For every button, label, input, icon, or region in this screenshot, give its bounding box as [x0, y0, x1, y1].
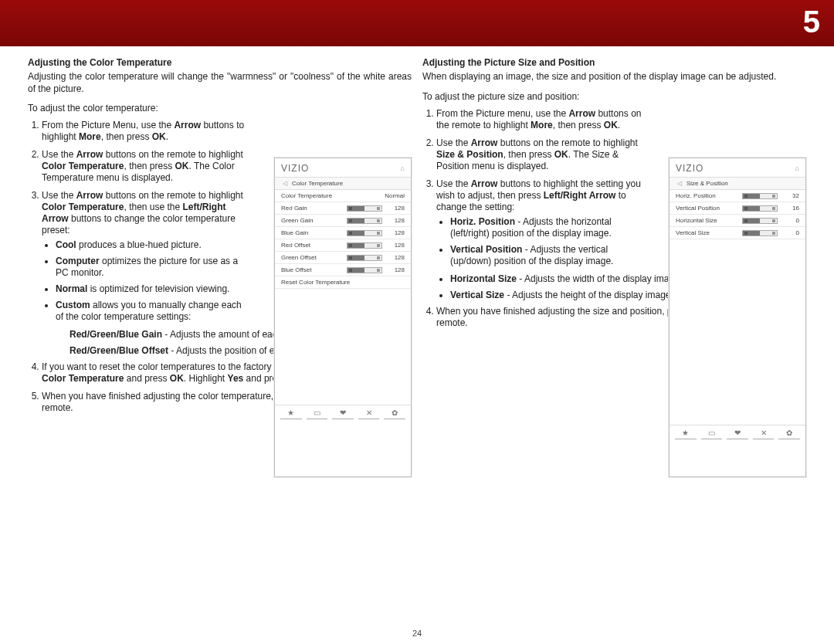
osd-row-label: Horiz. Position [670, 190, 731, 202]
step: Use the Arrow buttons on the remote to h… [42, 190, 249, 323]
osd-row: Red Offset128 [275, 239, 411, 252]
bullet: Custom allows you to manually change eac… [56, 300, 249, 323]
chapter-number: 5 [803, 5, 820, 39]
osd-row-label: Green Offset [275, 252, 340, 264]
osd-row: Green Gain128 [275, 215, 411, 227]
osd-settings-table: Color TemperatureNormalRed Gain128Green … [275, 190, 411, 289]
slider-icon [742, 230, 778, 236]
step: Use the Arrow buttons on the remote to h… [42, 149, 249, 184]
bullet: Normal is optimized for television viewi… [56, 283, 249, 295]
osd-footer-icon: ✕ [753, 429, 775, 439]
step: Use the Arrow buttons on the remote to h… [436, 137, 643, 172]
osd-size-position: VIZIO ⌂ ◁ Size & Position Horiz. Positio… [669, 158, 806, 477]
osd-footer-icon: ✿ [778, 429, 800, 439]
osd-footer: ★▭❤✕✿ [275, 405, 411, 422]
osd-row-label: Vertical Position [670, 202, 731, 215]
osd-footer-icon: ✕ [358, 408, 380, 419]
home-icon: ⌂ [401, 164, 405, 172]
intro-text: Adjusting the color temperature will cha… [28, 71, 412, 95]
section-heading: Adjusting the Picture Size and Position [422, 57, 806, 68]
lead-text: To adjust the picture size and position: [422, 91, 806, 102]
osd-row-label: Blue Offset [275, 264, 340, 276]
steps-list: From the Picture menu, use the Arrow but… [422, 108, 643, 267]
page-body: Adjusting the Color Temperature Adjustin… [0, 46, 834, 420]
slider-icon [347, 205, 382, 212]
osd-row-value: 128 [388, 227, 411, 239]
osd-row: Horiz. Position32 [670, 190, 805, 202]
step: Use the Arrow buttons to highlight the s… [436, 178, 643, 267]
osd-row-label: Horizontal Size [670, 215, 731, 227]
chapter-header: 5 [0, 0, 834, 46]
osd-row: Vertical Size0 [670, 227, 805, 239]
step: From the Picture menu, use the Arrow but… [436, 108, 643, 131]
osd-footer-icon: ❤ [332, 408, 354, 419]
osd-row: Color TemperatureNormal [275, 190, 411, 202]
slider-icon [742, 218, 778, 224]
osd-row: Blue Offset128 [275, 264, 411, 276]
bullet: Vertical Position - Adjusts the vertical… [450, 244, 643, 267]
osd-row-label: Green Gain [275, 215, 340, 227]
slider-icon [347, 255, 382, 261]
osd-row: Horizontal Size0 [670, 215, 805, 227]
osd-footer-icon: ❤ [727, 429, 748, 439]
osd-footer-icon: ▭ [701, 429, 723, 439]
osd-row-value: 128 [388, 252, 411, 264]
osd-footer: ★▭❤✕✿ [670, 425, 805, 442]
slider-icon [347, 218, 382, 224]
page-number: 24 [0, 629, 834, 638]
osd-row-value: 128 [388, 264, 411, 276]
back-icon: ◁ [677, 180, 682, 187]
osd-row: Reset Color Temperature [275, 276, 411, 289]
osd-row-label: Red Gain [275, 202, 340, 215]
osd-row-label: Blue Gain [275, 227, 340, 239]
osd-color-temperature: VIZIO ⌂ ◁ Color Temperature Color Temper… [274, 158, 412, 477]
bullet: Computer optimizes the picture for use a… [56, 256, 249, 279]
steps-list: From the Picture Menu, use the Arrow but… [28, 120, 249, 323]
osd-row-label: Vertical Size [670, 227, 731, 239]
section-heading: Adjusting the Color Temperature [28, 57, 412, 68]
bullet: Horiz. Position - Adjusts the horizontal… [450, 216, 643, 239]
slider-icon [742, 193, 778, 199]
osd-footer-icon: ★ [280, 408, 302, 419]
osd-footer-icon: ✿ [384, 408, 405, 419]
home-icon: ⌂ [795, 164, 799, 172]
slider-icon [347, 230, 382, 236]
osd-row: Red Gain128 [275, 202, 411, 215]
slider-icon [347, 267, 382, 273]
osd-row-value: Normal [340, 190, 411, 202]
osd-footer-icon: ▭ [307, 408, 328, 419]
osd-row-value: 128 [388, 215, 411, 227]
osd-title: Color Temperature [292, 180, 343, 187]
osd-row-value: 0 [784, 215, 805, 227]
back-icon: ◁ [283, 180, 287, 187]
slider-icon [347, 242, 382, 249]
osd-row-label: Red Offset [275, 239, 340, 252]
left-column: Adjusting the Color Temperature Adjustin… [28, 57, 412, 420]
osd-row-value: 128 [388, 239, 411, 252]
osd-title: Size & Position [687, 180, 728, 187]
osd-settings-table: Horiz. Position32Vertical Position16Hori… [670, 190, 805, 239]
osd-row-value: 0 [784, 227, 805, 239]
osd-row-value: 16 [784, 202, 805, 215]
osd-row: Blue Gain128 [275, 227, 411, 239]
slider-icon [742, 205, 778, 212]
intro-text: When displaying an image, the size and p… [422, 71, 806, 83]
osd-row-label: Reset Color Temperature [275, 276, 411, 289]
osd-brand: VIZIO [676, 163, 703, 174]
lead-text: To adjust the color temperature: [28, 103, 412, 114]
osd-footer-icon: ★ [675, 429, 697, 439]
osd-row-label: Color Temperature [275, 190, 340, 202]
osd-row: Vertical Position16 [670, 202, 805, 215]
bullet: Cool produces a blue-hued picture. [56, 239, 249, 251]
osd-row: Green Offset128 [275, 252, 411, 264]
osd-row-value: 32 [784, 190, 805, 202]
right-column: Adjusting the Picture Size and Position … [422, 57, 806, 420]
osd-brand: VIZIO [281, 163, 309, 174]
osd-row-value: 128 [388, 202, 411, 215]
step: From the Picture Menu, use the Arrow but… [42, 120, 249, 143]
